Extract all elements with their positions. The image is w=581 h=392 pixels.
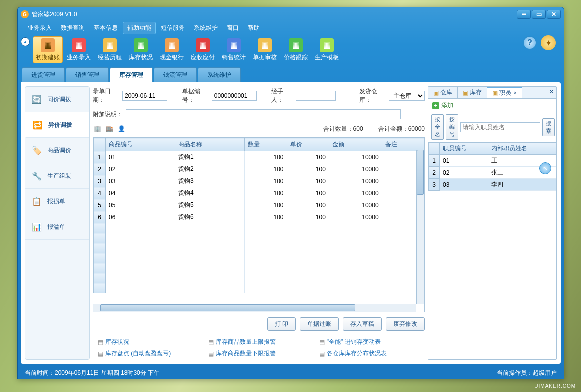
menu-7[interactable]: 帮助: [244, 22, 264, 34]
menu-3[interactable]: 辅助功能: [123, 22, 156, 34]
toolbar-btn-4[interactable]: ▦现金银行: [157, 36, 187, 64]
minimize-button[interactable]: ━: [517, 10, 531, 19]
maximize-button[interactable]: ▭: [532, 10, 546, 19]
collapse-toolbar-icon[interactable]: ▲: [21, 38, 30, 46]
table-row-empty[interactable]: [94, 284, 424, 294]
nav-item-2[interactable]: 🏷️商品调价: [25, 138, 89, 164]
by-name-button[interactable]: 按全名: [431, 114, 444, 140]
main-tab-1[interactable]: 销售管理: [66, 68, 109, 82]
grid-header-4[interactable]: 单价: [287, 138, 329, 152]
toolbar-btn-9[interactable]: ▦生产模板: [312, 36, 342, 64]
table-row[interactable]: 606货物610010010000: [94, 212, 424, 224]
menu-5[interactable]: 系统维护: [190, 22, 222, 34]
quick-link-0[interactable]: ▤库存状况: [98, 338, 198, 346]
right-tab-2[interactable]: ▣职员×: [487, 87, 522, 98]
help-icon[interactable]: ?: [523, 36, 537, 50]
by-code-button[interactable]: 按编号: [446, 114, 458, 140]
building2-icon[interactable]: 🏬: [105, 124, 114, 134]
close-button[interactable]: ✕: [547, 10, 561, 19]
status-op: 超级用户: [533, 369, 557, 378]
toolbar-btn-6[interactable]: ▦销售统计: [219, 36, 249, 64]
toolbar-btn-7[interactable]: ▦单据审核: [250, 36, 280, 64]
grid-header-3[interactable]: 数量: [245, 138, 287, 152]
app-logo-icon: G: [21, 10, 29, 18]
nav-item-1[interactable]: 🔁异价调拨: [25, 112, 89, 138]
person-icon[interactable]: 👤: [117, 124, 126, 134]
search-input[interactable]: [460, 122, 540, 132]
handler-input[interactable]: [296, 91, 336, 101]
toolbar-btn-0[interactable]: ▦初期建账: [33, 36, 63, 64]
quick-link-5[interactable]: ▤各仓库库存分布状况表: [319, 350, 420, 358]
doc-input[interactable]: [212, 91, 257, 101]
menu-4[interactable]: 短信服务: [157, 22, 189, 34]
table-row-empty[interactable]: [94, 224, 424, 234]
action-btn-2[interactable]: 存入草稿: [343, 318, 382, 331]
toolbar-wrap: ▲ ▦初期建账▦业务录入▦经营历程▦库存状况▦现金银行▦应收应付▦销售统计▦单据…: [18, 34, 564, 68]
rgrid-header-0[interactable]: [429, 143, 440, 155]
main-tab-3[interactable]: 钱流管理: [154, 68, 197, 82]
rgrid-header-2[interactable]: 内部职员姓名: [488, 143, 556, 155]
grid-header-2[interactable]: 商品名称: [175, 138, 245, 152]
table-row-empty[interactable]: [94, 274, 424, 284]
tab-close-icon[interactable]: ×: [514, 90, 517, 96]
quick-link-4[interactable]: ▤库存商品数量下限报警: [208, 350, 309, 358]
nav-item-5[interactable]: 📊报溢单: [25, 214, 89, 240]
quick-link-2[interactable]: ▤"全能" 进销存变动表: [319, 338, 420, 346]
search-button[interactable]: 搜索: [542, 118, 555, 136]
table-row-empty[interactable]: [94, 264, 424, 274]
menu-0[interactable]: 业务录入: [24, 22, 56, 34]
grid-header-5[interactable]: 金额: [329, 138, 382, 152]
right-tab-0[interactable]: ▣仓库: [428, 87, 458, 98]
grid-header-0[interactable]: [94, 138, 106, 152]
quick-link-1[interactable]: ▤库存商品数量上限报警: [208, 338, 309, 346]
action-btn-0[interactable]: 打 印: [267, 318, 296, 331]
status-time-label: 当前时间：: [25, 369, 55, 378]
toolbar-btn-8[interactable]: ▦价格跟踪: [281, 36, 311, 64]
building1-icon[interactable]: 🏢: [93, 124, 102, 134]
app-window: G 管家婆2009 V1.0 ━ ▭ ✕ 业务录入数据查询基本信息辅助功能短信服…: [17, 7, 564, 380]
main-tab-0[interactable]: 进货管理: [22, 68, 65, 82]
toolbar-btn-2[interactable]: ▦经营历程: [95, 36, 125, 64]
toolbar-btn-3[interactable]: ▦库存状况: [126, 36, 156, 64]
grid-scrollbar-horizontal[interactable]: [93, 304, 416, 312]
rgrid-header-1[interactable]: 职员编号: [440, 143, 488, 155]
table-row[interactable]: 202货物210010010000: [94, 164, 424, 176]
quick-link-3[interactable]: ▤库存盘点 (自动盘盈盘亏): [98, 350, 198, 358]
toolbar-btn-1[interactable]: ▦业务录入: [64, 36, 94, 64]
table-row[interactable]: 101货物110010010000: [94, 152, 424, 164]
employee-row[interactable]: 303李四: [429, 179, 556, 191]
grid-scrollbar-vertical[interactable]: [416, 150, 424, 304]
employee-row[interactable]: 101王一: [429, 155, 556, 167]
toolbar-btn-5[interactable]: ▦应收应付: [188, 36, 218, 64]
center-panel: 录单日期： 单据编号： 经手人： 发货仓库： 主仓库 附加说明：: [93, 86, 425, 360]
employee-row[interactable]: 202张三: [429, 167, 556, 179]
note-input[interactable]: [126, 110, 401, 120]
menu-2[interactable]: 基本信息: [90, 22, 122, 34]
warehouse-select[interactable]: 主仓库: [389, 91, 425, 101]
titlebar[interactable]: G 管家婆2009 V1.0 ━ ▭ ✕: [18, 8, 564, 22]
main-tab-4[interactable]: 系统维护: [198, 68, 241, 82]
table-row-empty[interactable]: [94, 234, 424, 244]
table-row[interactable]: 303货物310010010000: [94, 176, 424, 188]
table-row-empty[interactable]: [94, 244, 424, 254]
toolbar-right: ? ✦: [523, 36, 559, 50]
grid-header-6[interactable]: 备注: [382, 138, 424, 152]
main-tab-2[interactable]: 库存管理: [110, 68, 153, 82]
nav-item-4[interactable]: 📋报损单: [25, 189, 89, 214]
table-row[interactable]: 505货物510010010000: [94, 200, 424, 212]
menu-1[interactable]: 数据查询: [57, 22, 89, 34]
table-row-empty[interactable]: [94, 254, 424, 264]
action-btn-3[interactable]: 废弃修改: [386, 318, 425, 331]
arrow-up-icon[interactable]: ↖: [539, 162, 551, 174]
nav-item-3[interactable]: 🔧生产组装: [25, 164, 89, 189]
right-tab-1[interactable]: ▣库存: [458, 87, 487, 98]
panel-close-icon[interactable]: ×: [550, 88, 553, 96]
grid-header-1[interactable]: 商品编号: [106, 138, 175, 152]
table-row[interactable]: 404货物410010010000: [94, 188, 424, 200]
logo-swirl-icon[interactable]: ✦: [541, 36, 556, 50]
date-input[interactable]: [122, 91, 167, 101]
add-button[interactable]: + 添加: [428, 99, 556, 112]
menu-6[interactable]: 窗口: [223, 22, 243, 34]
action-btn-1[interactable]: 单据过账: [300, 318, 339, 331]
nav-item-0[interactable]: 🔄同价调拨: [25, 87, 89, 112]
